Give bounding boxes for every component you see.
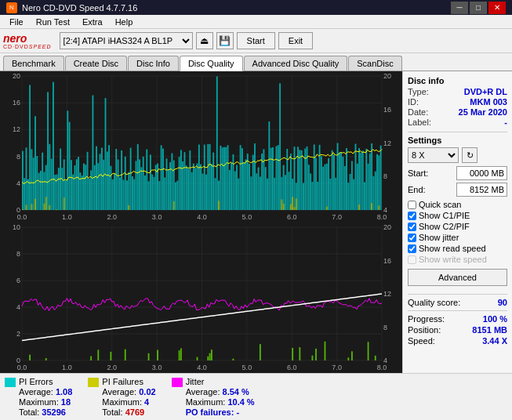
quality-score-value: 90 — [498, 298, 507, 307]
minimize-button[interactable]: ─ — [451, 2, 468, 14]
tab-scandisc[interactable]: ScanDisc — [348, 56, 401, 71]
chart-bottom — [0, 223, 402, 373]
close-button[interactable]: ✕ — [488, 2, 506, 14]
menubar: File Run Test Extra Help — [0, 15, 512, 29]
end-input[interactable] — [456, 183, 507, 197]
menu-file[interactable]: File — [3, 16, 30, 28]
position-value: 8151 MB — [472, 325, 507, 335]
write-speed-row: Show write speed — [408, 255, 507, 264]
speed-stat-row: Speed: 3.44 X — [408, 336, 507, 346]
pi-failures-legend: PI Failures Average: 0.02 Maximum: 4 Tot… — [88, 377, 155, 417]
read-speed-checkbox[interactable] — [408, 244, 416, 253]
quality-score-label: Quality score: — [408, 298, 460, 307]
pi-errors-total: Total: 35296 — [19, 407, 72, 417]
tab-disc-info[interactable]: Disc Info — [128, 56, 179, 71]
disc-label-row: Label: - — [408, 118, 507, 127]
divider-1 — [408, 132, 507, 132]
disc-type-row: Type: DVD+R DL — [408, 87, 507, 96]
app-window: N Nero CD-DVD Speed 4.7.7.16 ─ □ ✕ File … — [0, 0, 512, 420]
jitter-label: Show jitter — [419, 233, 459, 242]
eject-button[interactable]: ⏏ — [196, 32, 213, 49]
speed-stat-value: 3.44 X — [482, 336, 507, 346]
c1pie-label: Show C1/PIE — [419, 211, 470, 220]
disc-id-row: ID: MKM 003 — [408, 97, 507, 107]
disc-date-label: Date: — [408, 107, 428, 117]
tabs: Benchmark Create Disc Disc Info Disc Qua… — [0, 53, 512, 71]
quick-scan-checkbox[interactable] — [408, 201, 416, 209]
speed-stat-label: Speed: — [408, 336, 435, 346]
disc-info-title: Disc info — [408, 76, 507, 85]
disc-info-section: Disc info Type: DVD+R DL ID: MKM 003 Dat… — [408, 76, 507, 127]
titlebar: N Nero CD-DVD Speed 4.7.7.16 ─ □ ✕ — [0, 0, 512, 15]
menu-help[interactable]: Help — [109, 16, 140, 28]
start-input[interactable] — [456, 166, 507, 180]
main-area: Disc info Type: DVD+R DL ID: MKM 003 Dat… — [0, 71, 512, 373]
titlebar-title: Nero CD-DVD Speed 4.7.7.16 — [22, 3, 137, 13]
jitter-legend: Jitter Average: 8.54 % Maximum: 10.4 % P… — [172, 377, 255, 417]
save-button[interactable]: 💾 — [216, 32, 234, 49]
right-panel: Disc info Type: DVD+R DL ID: MKM 003 Dat… — [402, 71, 512, 373]
c2pif-row: Show C2/PIF — [408, 222, 507, 231]
chart-top — [0, 71, 402, 223]
disc-date-value: 25 Mar 2020 — [459, 107, 507, 117]
jitter-row: Show jitter — [408, 233, 507, 242]
c2pif-checkbox[interactable] — [408, 223, 416, 231]
pi-failures-text: PI Failures Average: 0.02 Maximum: 4 Tot… — [102, 377, 155, 417]
toolbar: nero CD·DVDSPEED [2:4] ATAPI iHAS324 A B… — [0, 29, 512, 53]
disc-type-label: Type: — [408, 87, 429, 96]
position-label: Position: — [408, 325, 441, 335]
write-speed-checkbox[interactable] — [408, 255, 416, 264]
exit-button[interactable]: Exit — [278, 32, 313, 49]
charts-area — [0, 71, 402, 373]
menu-extra[interactable]: Extra — [76, 16, 109, 28]
start-label: Start: — [408, 168, 428, 178]
disc-id-label: ID: — [408, 97, 419, 107]
quality-score-row: Quality score: 90 — [408, 298, 507, 307]
pi-errors-color — [5, 378, 16, 387]
app-icon: N — [6, 2, 17, 13]
legend: PI Errors Average: 1.08 Maximum: 18 Tota… — [0, 373, 512, 420]
pi-errors-text: PI Errors Average: 1.08 Maximum: 18 Tota… — [19, 377, 72, 417]
speed-select[interactable]: 8 X Max 1 X 2 X 4 X 16 X — [408, 147, 459, 163]
maximize-button[interactable]: □ — [470, 2, 487, 14]
refresh-button[interactable]: ↻ — [462, 147, 478, 163]
progress-label: Progress: — [408, 314, 445, 324]
progress-value: 100 % — [483, 314, 507, 324]
end-label: End: — [408, 185, 426, 194]
start-button[interactable]: Start — [237, 32, 275, 49]
disc-label-value: - — [504, 118, 507, 127]
jitter-avg: Average: 8.54 % — [186, 387, 255, 396]
pi-errors-legend: PI Errors Average: 1.08 Maximum: 18 Tota… — [5, 377, 72, 417]
c1pie-checkbox[interactable] — [408, 212, 416, 220]
start-mb-row: Start: — [408, 166, 507, 180]
divider-2 — [408, 294, 507, 295]
tab-advanced-disc-quality[interactable]: Advanced Disc Quality — [244, 56, 348, 71]
menu-run-test[interactable]: Run Test — [30, 16, 76, 28]
end-mb-row: End: — [408, 183, 507, 197]
disc-type-value: DVD+R DL — [464, 87, 507, 96]
position-row: Position: 8151 MB — [408, 325, 507, 335]
top-chart-canvas — [0, 71, 402, 223]
bottom-chart-canvas — [0, 223, 402, 373]
jitter-max: Maximum: 10.4 % — [186, 397, 255, 407]
divider-3 — [408, 310, 507, 311]
pi-errors-max: Maximum: 18 — [19, 397, 72, 407]
c1pie-row: Show C1/PIE — [408, 211, 507, 220]
pi-failures-total: Total: 4769 — [102, 407, 155, 417]
jitter-checkbox[interactable] — [408, 234, 416, 242]
disc-date-row: Date: 25 Mar 2020 — [408, 107, 507, 117]
disc-id-value: MKM 003 — [470, 97, 507, 107]
tab-benchmark[interactable]: Benchmark — [3, 56, 64, 71]
drive-select[interactable]: [2:4] ATAPI iHAS324 A BL1P — [60, 32, 193, 49]
read-speed-row: Show read speed — [408, 244, 507, 253]
pi-failures-label: PI Failures — [102, 377, 155, 386]
advanced-button[interactable]: Advanced — [408, 269, 507, 286]
jitter-label: Jitter — [186, 377, 255, 386]
tab-create-disc[interactable]: Create Disc — [65, 56, 127, 71]
jitter-color — [172, 378, 183, 387]
speed-row: 8 X Max 1 X 2 X 4 X 16 X ↻ — [408, 147, 507, 163]
po-failures: PO failures: - — [186, 407, 255, 417]
tab-disc-quality[interactable]: Disc Quality — [180, 56, 243, 71]
settings-section: Settings 8 X Max 1 X 2 X 4 X 16 X ↻ Star… — [408, 136, 507, 197]
quick-scan-row: Quick scan — [408, 200, 507, 209]
